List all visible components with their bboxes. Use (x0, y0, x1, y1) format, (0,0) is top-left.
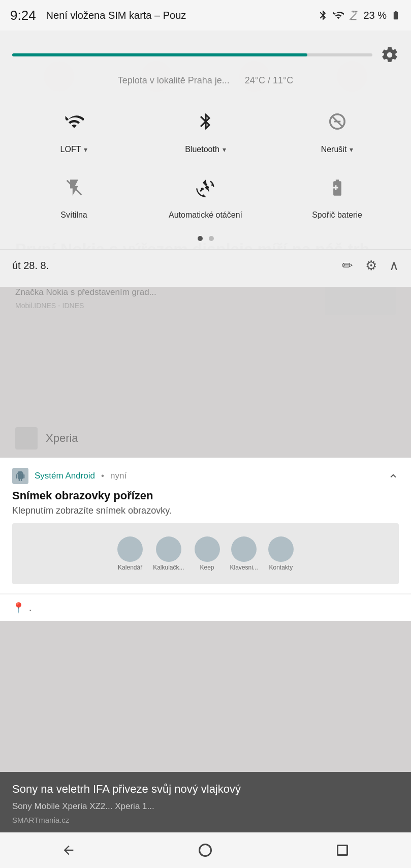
sim-icon (348, 10, 359, 21)
tile-wifi-label: LOFT ▾ (60, 145, 88, 154)
preview-icon-klavesni: Klavesni... (230, 536, 258, 571)
tile-flashlight-icon-wrap (57, 170, 91, 205)
page-dot-2[interactable] (209, 236, 214, 241)
tile-wifi[interactable]: LOFT ▾ (8, 95, 140, 161)
tile-bluetooth-icon-wrap (188, 104, 223, 139)
tile-bluetooth[interactable]: Bluetooth ▾ (140, 95, 271, 161)
rotation-icon (196, 178, 215, 197)
quick-tiles-row2: Svítilna Automatické otáčení Spořič bate… (0, 161, 411, 232)
home-circle-icon (199, 844, 212, 857)
preview-icon-kalendar: Kalendář (117, 536, 143, 571)
tile-dnd-label: Nerušit ▾ (321, 145, 354, 154)
battery-icon (391, 10, 401, 20)
preview-app-icons: Kalendář Kalkulačk... Keep Klavesni... K… (117, 536, 294, 571)
bottom-article-title: Sony na veletrh IFA přiveze svůj nový vl… (12, 782, 399, 797)
quick-settings-panel: 9:24 Není vložena SIM karta – Pouz 23 % (0, 0, 411, 287)
dnd-dropdown-icon: ▾ (350, 145, 353, 154)
back-icon (61, 843, 76, 857)
tile-flashlight[interactable]: Svítilna (8, 161, 140, 227)
tile-rotation[interactable]: Automatické otáčení (140, 161, 271, 227)
preview-icon-kontakty: Kontakty (268, 536, 294, 571)
preview-label-keep: Keep (200, 564, 214, 571)
battery-saver-icon (328, 178, 347, 197)
tile-rotation-label: Automatické otáčení (169, 210, 242, 220)
location-icon: 📍 (12, 602, 25, 614)
flashlight-icon (65, 178, 84, 197)
page-dots (0, 232, 411, 249)
preview-label-kalendar: Kalendář (118, 564, 142, 571)
battery-percent: 23 % (363, 10, 387, 21)
wifi-status-icon (333, 10, 344, 21)
tile-dnd[interactable]: Nerušit ▾ (271, 95, 403, 161)
tile-battery-saver-label: Spořič baterie (312, 210, 362, 220)
location-bar: 📍 . (0, 594, 411, 621)
bluetooth-icon (196, 112, 215, 131)
date-bar-icons: ✏ ⚙ ∧ (342, 258, 399, 274)
bluetooth-dropdown-icon: ▾ (223, 145, 226, 154)
tile-battery-saver[interactable]: Spořič baterie (271, 161, 403, 227)
status-time: 9:24 (10, 8, 36, 23)
brightness-fill (12, 53, 307, 56)
tile-wifi-icon-wrap (57, 104, 91, 139)
notification-title: Snímek obrazovky pořízen (12, 489, 399, 502)
notif-dot: • (101, 471, 104, 481)
notification-card-screenshot[interactable]: Systém Android • nyní Snímek obrazovky p… (0, 458, 411, 594)
page-dot-1[interactable] (198, 236, 203, 241)
weather-text: Teplota v lokalitě Praha je... (118, 75, 230, 86)
notif-app-icon (12, 468, 28, 484)
notification-body: Klepnutím zobrazíte snímek obrazovky. (12, 505, 399, 516)
preview-icon-kalkulacka: Kalkulačk... (153, 536, 184, 571)
recent-button[interactable] (322, 837, 363, 863)
notif-expand-icon[interactable] (388, 470, 399, 482)
screenshot-preview[interactable]: Kalendář Kalkulačk... Keep Klavesni... K… (12, 523, 399, 584)
brightness-track[interactable] (12, 53, 372, 56)
android-icon (15, 471, 25, 481)
bottom-article-subtitle: Sony Mobile Xperia XZ2... Xperia 1... (12, 800, 399, 813)
date-bar: út 28. 8. ✏ ⚙ ∧ (0, 249, 411, 282)
quick-tiles-row1: LOFT ▾ Bluetooth ▾ (0, 93, 411, 161)
preview-label-klavesni: Klavesni... (230, 564, 258, 571)
location-text: . (29, 603, 31, 613)
wifi-icon (65, 112, 84, 131)
status-bar: 9:24 Není vložena SIM karta – Pouz 23 % (0, 0, 411, 31)
bottom-article-source: SMARTmania.cz (12, 816, 399, 824)
status-icons: 23 % (318, 10, 401, 21)
preview-label-kontakty: Kontakty (269, 564, 293, 571)
date-text: út 28. 8. (12, 260, 342, 272)
tile-dnd-icon-wrap (320, 104, 355, 139)
settings-button[interactable]: ⚙ (365, 258, 377, 274)
wifi-dropdown-icon: ▾ (84, 145, 87, 154)
back-button[interactable] (48, 837, 89, 863)
dnd-icon (328, 112, 347, 131)
tile-battery-saver-icon-wrap (320, 170, 355, 205)
tile-bluetooth-label: Bluetooth ▾ (185, 145, 226, 154)
home-button[interactable] (185, 837, 226, 863)
edit-button[interactable]: ✏ (342, 258, 353, 274)
bluetooth-status-icon (318, 10, 329, 21)
tile-flashlight-label: Svítilna (60, 210, 87, 220)
recent-square-icon (337, 845, 348, 856)
preview-icon-keep: Keep (195, 536, 220, 571)
collapse-button[interactable]: ∧ (389, 258, 399, 274)
nav-bar (0, 832, 411, 868)
preview-label-kalkulacka: Kalkulačk... (153, 564, 184, 571)
tile-rotation-icon-wrap (188, 170, 223, 205)
weather-temp: 24°C / 11°C (245, 75, 293, 86)
brightness-icon[interactable] (381, 46, 399, 64)
notification-area: Systém Android • nyní Snímek obrazovky p… (0, 458, 411, 621)
notif-time: nyní (110, 471, 127, 481)
notification-header: Systém Android • nyní (12, 468, 399, 484)
svg-line-1 (332, 117, 342, 127)
status-sim-text: Není vložena SIM karta – Pouz (46, 10, 318, 21)
weather-row: Teplota v lokalitě Praha je... 24°C / 11… (0, 72, 411, 93)
bottom-article[interactable]: Sony na veletrh IFA přiveze svůj nový vl… (0, 772, 411, 832)
notif-app-name: Systém Android (35, 471, 95, 481)
